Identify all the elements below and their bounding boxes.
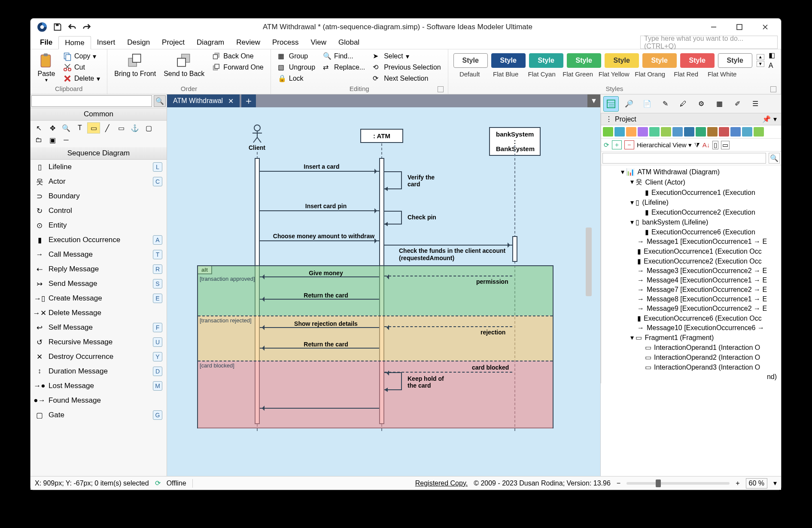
tree-row[interactable]: → Message10 [ExecutionOccurrence6 → — [601, 323, 781, 333]
menu-project[interactable]: Project — [156, 36, 191, 49]
tool-boundary[interactable]: ⊃Boundary — [30, 189, 167, 203]
zoom-tool[interactable]: 🔍 — [60, 122, 73, 134]
tool-recursive[interactable]: ↺Recursive MessageU — [30, 335, 167, 349]
self-verify[interactable] — [384, 172, 406, 193]
pt-new[interactable] — [603, 127, 613, 137]
arrow-insert-pin[interactable] — [260, 210, 379, 211]
layout1-icon[interactable]: ▯ — [712, 141, 718, 149]
move-tool[interactable]: ✥ — [46, 122, 59, 134]
arrow-choose[interactable] — [260, 240, 379, 241]
tool-lost[interactable]: →●Lost MessageM — [30, 379, 167, 393]
tool-control[interactable]: ↻Control — [30, 203, 167, 218]
document-icon[interactable]: 📄 — [639, 96, 655, 112]
styles-dialog-launcher[interactable] — [770, 86, 776, 92]
arrow-return2[interactable] — [260, 348, 379, 349]
tree-row[interactable]: ▭ InteractionOperand3 (Interaction O — [601, 362, 781, 372]
menu-home[interactable]: Home — [58, 36, 91, 49]
zoom-value[interactable]: 60 % — [746, 478, 767, 489]
atm-lifeline-head[interactable]: : ATM — [360, 129, 403, 143]
pt-6[interactable] — [661, 127, 671, 137]
style-flat-red-swatch[interactable]: Style — [680, 53, 715, 68]
arrow-show-rej[interactable] — [260, 327, 379, 328]
tree-row[interactable]: ▮ ExecutionOccurrence2 (Execution Occ — [601, 256, 781, 266]
tool-send[interactable]: ↣Send MessageS — [30, 276, 167, 291]
project-search-input[interactable] — [602, 153, 766, 164]
bank-exec[interactable] — [512, 236, 517, 262]
pt-save[interactable] — [626, 127, 636, 137]
project-search-button[interactable]: 🔍 — [769, 153, 780, 164]
arrow-permission[interactable] — [384, 276, 512, 276]
sort-icon[interactable]: A↓ — [703, 141, 710, 149]
menu-design[interactable]: Design — [121, 36, 156, 49]
style-flat-green-swatch[interactable]: Style — [567, 53, 601, 68]
style-flat-cyan-swatch[interactable]: Style — [529, 53, 563, 68]
tool-create[interactable]: →▯Create MessageE — [30, 291, 167, 306]
ungroup-button[interactable]: ▧Ungroup — [275, 62, 318, 73]
back-one-button[interactable]: Back One — [210, 51, 266, 61]
sync-icon[interactable]: ⟳ — [155, 479, 161, 487]
style-flat-yellow-swatch[interactable]: Style — [605, 53, 639, 68]
tree-row[interactable]: ▾ ▯ (Lifeline) — [601, 197, 781, 207]
connector-tool[interactable]: ╱ — [101, 122, 114, 134]
rect-tool[interactable]: ▭ — [115, 122, 128, 134]
pt-5[interactable] — [649, 127, 660, 137]
save-icon[interactable] — [53, 22, 62, 32]
pt-10[interactable] — [707, 127, 718, 137]
style-scroll-up[interactable]: ▲ — [757, 54, 764, 60]
pt-11[interactable] — [719, 127, 729, 137]
panel-menu-icon[interactable]: ▾ — [773, 115, 777, 123]
paste-button[interactable]: Paste▼ — [35, 51, 58, 84]
style-default-swatch[interactable]: Style — [453, 53, 488, 68]
filter-icon[interactable]: ⧩ — [694, 141, 700, 149]
zoom-slider[interactable] — [626, 482, 730, 485]
tree-row[interactable]: ▮ ExecutionOccurrence1 (Execution — [601, 188, 781, 197]
group-button[interactable]: ▦Group — [275, 51, 318, 61]
new-tab-button[interactable]: ＋ — [241, 94, 256, 107]
tool-duration[interactable]: ↕Duration MessageD — [30, 364, 167, 379]
zoom-in-button[interactable]: + — [736, 479, 739, 487]
delete-button[interactable]: Delete ▾ — [61, 73, 103, 84]
editing-dialog-launcher[interactable] — [438, 86, 444, 92]
tree-row[interactable]: ▾ 웃 Client (Actor) — [601, 177, 781, 188]
tab-close-icon[interactable]: ✕ — [228, 97, 234, 105]
shape-style-icon[interactable]: ◧ — [769, 51, 775, 59]
menu-insert[interactable]: Insert — [91, 36, 122, 49]
refresh-icon[interactable]: ⟳ — [604, 141, 609, 149]
project-view-icon[interactable] — [603, 96, 619, 112]
pt-14[interactable] — [754, 127, 764, 137]
self-keep[interactable] — [384, 373, 406, 394]
preview-icon[interactable]: 🔎 — [621, 96, 637, 112]
tree-row[interactable]: ▮ ExecutionOccurrence1 (Execution Occ — [601, 246, 781, 256]
tree-row[interactable]: ▭ InteractionOperand2 (Interaction O — [601, 352, 781, 362]
add-icon[interactable]: ＋ — [612, 140, 622, 149]
tree-row[interactable]: → Message4 [ExecutionOccurrence1 → E — [601, 276, 781, 285]
edit-icon[interactable]: ✎ — [657, 96, 673, 112]
style-scroll-down[interactable]: ▼ — [757, 61, 764, 67]
text-style-icon[interactable]: A — [769, 62, 775, 70]
toolbox-search-button[interactable]: 🔍 — [154, 95, 166, 107]
tool-exec[interactable]: ▮Execution OccurrenceA — [30, 233, 167, 247]
tab-list-dropdown[interactable]: ▼ — [587, 94, 600, 107]
pt-open[interactable] — [614, 127, 625, 137]
arrow-rejection[interactable] — [384, 326, 512, 327]
tell-me-search[interactable]: Type here what you want to do... (CTRL+Q… — [640, 36, 778, 49]
remove-icon[interactable]: － — [624, 140, 634, 149]
tool-gate[interactable]: ▢GateG — [30, 408, 167, 422]
bring-front-button[interactable]: Bring to Front — [112, 51, 158, 79]
menu-file[interactable]: File — [34, 36, 58, 49]
grid-icon[interactable]: ▦ — [712, 96, 727, 112]
tree-row[interactable]: ▮ ExecutionOccurrence6 (Execution Occ — [601, 313, 781, 323]
tree-row[interactable]: → Message1 [ExecutionOccurrence1 → E — [601, 237, 781, 246]
tool-found[interactable]: ●→Found Message — [30, 393, 167, 408]
tree-row[interactable]: ▮ ExecutionOccurrence2 (Execution — [601, 207, 781, 217]
lock-button[interactable]: 🔒Lock — [275, 73, 318, 84]
copy-button[interactable]: Copy ▾ — [61, 51, 103, 61]
menu-global[interactable]: Global — [332, 36, 365, 49]
note-tool[interactable]: ▭ — [87, 122, 100, 134]
toolbox-common-header[interactable]: Common — [30, 108, 167, 121]
menu-diagram[interactable]: Diagram — [191, 36, 230, 49]
maximize-button[interactable] — [727, 19, 752, 35]
pointer-tool[interactable]: ↖ — [32, 122, 45, 134]
pens-icon[interactable]: 🖊 — [675, 96, 691, 112]
tree-row[interactable]: → Message3 [ExecutionOccurrence2 → E — [601, 266, 781, 276]
